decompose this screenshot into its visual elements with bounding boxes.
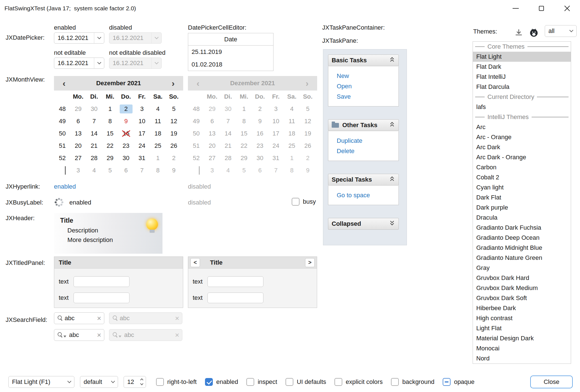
taskpane-group-header[interactable]: Collapsed (328, 218, 399, 230)
calendar-day[interactable]: 8 (150, 164, 166, 177)
text-input[interactable] (208, 276, 263, 287)
calendar-day[interactable]: 10 (134, 115, 150, 127)
theme-list-item[interactable]: Flat IntelliJ (473, 72, 571, 82)
task-link[interactable]: Save (337, 91, 396, 102)
checkbox-explicit-colors[interactable]: explicit colors (334, 378, 383, 386)
minimize-button[interactable] (503, 0, 529, 17)
prev-month-button[interactable]: ‹ (58, 77, 70, 89)
theme-list-item[interactable]: Arc Dark - Orange (473, 152, 571, 162)
clear-search-icon[interactable]: × (97, 331, 101, 339)
theme-list-item[interactable]: High contrast (473, 313, 571, 323)
calendar-day[interactable]: 3 (70, 164, 86, 177)
theme-list-item[interactable]: Gruvbox Dark Soft (473, 293, 571, 303)
checkbox-background[interactable]: background (391, 378, 434, 386)
date-column-header[interactable]: Date (188, 33, 273, 46)
next-month-button[interactable]: › (167, 77, 179, 89)
theme-list-item[interactable]: Arc Dark (473, 142, 571, 152)
datepicker-enabled[interactable]: 16.12.2021 (54, 32, 104, 44)
calendar-day[interactable]: 1 (102, 103, 118, 115)
calendar-day[interactable]: 1 (150, 152, 166, 164)
spinner-buttons[interactable] (138, 376, 146, 388)
calendar-day[interactable]: 8 (102, 115, 118, 127)
theme-list-item[interactable]: Arc - Orange (473, 132, 571, 142)
datepicker-dropdown-button[interactable] (94, 33, 104, 43)
theme-list-item[interactable]: Dracula (473, 213, 571, 223)
calendar-day[interactable]: 14 (86, 127, 102, 140)
titledpanel-left-button[interactable]: < (190, 258, 200, 267)
checkbox-ui-defaults[interactable]: UI defaults (286, 378, 326, 386)
searchfield-menu-enabled[interactable]: abc × (54, 329, 104, 341)
font-size-spinner[interactable]: 12 (124, 376, 146, 388)
theme-list-item[interactable]: Material Design Dark (473, 333, 571, 343)
text-input[interactable] (74, 293, 129, 303)
download-button[interactable] (513, 27, 524, 38)
theme-list-item[interactable]: Dark purple (473, 203, 571, 213)
clear-search-icon[interactable]: × (97, 315, 101, 322)
calendar-day[interactable]: 17 (134, 127, 150, 140)
checkbox-opaque[interactable]: opaque (443, 378, 474, 386)
theme-list-item[interactable]: Light Flat (473, 323, 571, 333)
calendar-day[interactable]: 24 (134, 140, 150, 152)
theme-list-item[interactable]: Gradianto Dark Fuchsia (473, 223, 571, 233)
theme-list-item[interactable]: Nord (473, 353, 571, 364)
github-button[interactable] (528, 27, 540, 39)
close-button[interactable]: Close (530, 376, 573, 388)
calendar-day[interactable]: 15 (102, 127, 118, 140)
theme-list-item[interactable]: Gradianto Midnight Blue (473, 243, 571, 253)
calendar-day[interactable]: 29 (102, 152, 118, 164)
task-link[interactable]: Go to space (337, 190, 396, 200)
theme-list-item[interactable]: Gruvbox Dark Medium (473, 283, 571, 293)
calendar-day[interactable]: 25 (150, 140, 166, 152)
calendar-day[interactable]: 2 (118, 103, 134, 115)
calendar-day[interactable]: 9 (166, 164, 182, 177)
theme-list-item[interactable]: Flat Light (473, 52, 571, 62)
laf-combo[interactable]: Flat Light (F1) (8, 376, 74, 388)
searchfield-enabled[interactable]: abc × (54, 312, 104, 324)
theme-list-item[interactable]: lafs (473, 102, 571, 112)
theme-list-item[interactable]: Gradianto Nature Green (473, 253, 571, 263)
calendar-day[interactable]: 27 (70, 152, 86, 164)
theme-list-item[interactable]: Monocai (473, 343, 571, 353)
close-window-button[interactable] (554, 0, 580, 17)
datepicker-dropdown-button[interactable] (94, 58, 104, 68)
calendar-day[interactable]: 19 (166, 127, 182, 140)
text-input[interactable] (74, 276, 129, 287)
calendar-day[interactable]: 3 (134, 103, 150, 115)
calendar-day[interactable]: 7 (86, 115, 102, 127)
calendar-day[interactable]: 30 (118, 152, 134, 164)
calendar-day[interactable]: 12 (166, 115, 182, 127)
theme-list-item[interactable]: Arc (473, 122, 571, 132)
calendar-day[interactable]: 11 (150, 115, 166, 127)
theme-list-item[interactable]: Hiberbee Dark (473, 303, 571, 313)
calendar-day[interactable]: 5 (102, 164, 118, 177)
task-link[interactable]: Open (337, 81, 396, 91)
calendar-day[interactable]: 4 (86, 164, 102, 177)
checkbox-right-to-left[interactable]: right-to-left (156, 378, 197, 386)
task-link[interactable]: Duplicate (337, 136, 396, 146)
calendar-day[interactable]: 22 (102, 140, 118, 152)
theme-list-item[interactable]: Gray (473, 263, 571, 273)
theme-list-item[interactable]: Flat Dark (473, 62, 571, 72)
calendar-day[interactable]: 23 (118, 140, 134, 152)
calendar-day[interactable]: 29 (70, 103, 86, 115)
calendar-day[interactable]: 16 (118, 127, 134, 140)
calendar-day[interactable]: 6 (70, 115, 86, 127)
calendar-day[interactable]: 9 (118, 115, 134, 127)
calendar-day[interactable]: 13 (70, 127, 86, 140)
theme-list-item[interactable]: Cobalt 2 (473, 172, 571, 182)
maximize-button[interactable] (529, 0, 554, 17)
calendar-day[interactable]: 4 (150, 103, 166, 115)
theme-list-item[interactable]: Cyan light (473, 182, 571, 193)
taskpane-group-header[interactable]: Basic Tasks (328, 54, 399, 66)
task-link[interactable]: New (337, 71, 396, 81)
calendar-day[interactable]: 5 (166, 103, 182, 115)
theme-list-item[interactable]: Flat Darcula (473, 82, 571, 92)
hyperlink-enabled[interactable]: enabled (54, 183, 76, 190)
datepicker-noteditable[interactable]: 16.12.2021 (54, 58, 104, 69)
themes-filter-combo[interactable]: all (545, 25, 577, 37)
table-row[interactable]: 25.11.2019 (188, 46, 273, 58)
font-combo[interactable]: default (80, 376, 118, 388)
theme-list-item[interactable]: Gruvbox Dark Hard (473, 273, 571, 283)
calendar-day[interactable]: 30 (86, 103, 102, 115)
calendar-day[interactable]: 18 (150, 127, 166, 140)
